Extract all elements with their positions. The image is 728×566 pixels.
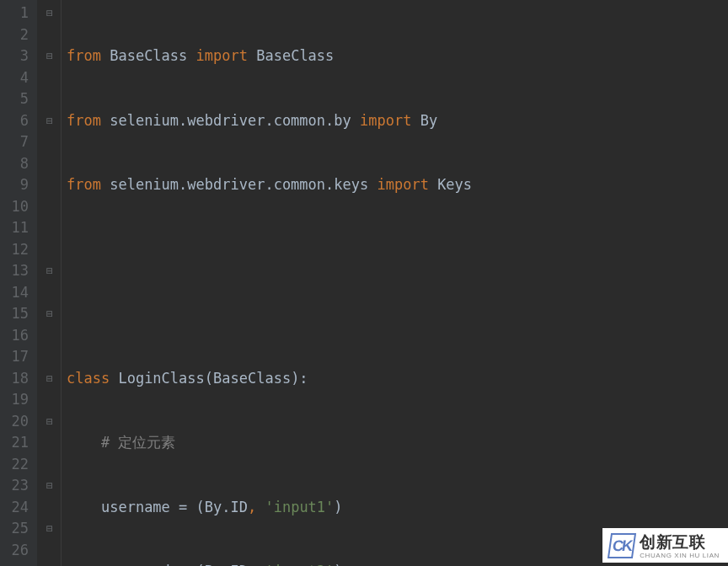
line-number: 21 bbox=[5, 432, 29, 454]
fold-column: ⊟⊟⊟⊟⊟⊟⊟⊟⊟ bbox=[37, 0, 62, 566]
code-line[interactable]: # 定位元素 bbox=[67, 432, 728, 454]
code-line[interactable]: from selenium.webdriver.common.by import… bbox=[67, 110, 728, 132]
fold-toggle-icon[interactable]: ⊟ bbox=[44, 368, 56, 390]
line-number: 19 bbox=[5, 389, 29, 411]
line-number: 8 bbox=[5, 153, 29, 175]
line-number: 14 bbox=[5, 282, 29, 304]
line-number: 9 bbox=[5, 174, 29, 196]
line-number: 6 bbox=[5, 110, 29, 132]
code-editor[interactable]: 1234567891011121314151617181920212223242… bbox=[0, 0, 728, 566]
code-line[interactable]: from selenium.webdriver.common.keys impo… bbox=[67, 174, 728, 196]
watermark-badge: CK 创新互联 CHUANG XIN HU LIAN bbox=[602, 528, 728, 563]
line-number: 20 bbox=[5, 411, 29, 433]
fold-toggle-icon[interactable]: ⊟ bbox=[44, 3, 56, 24]
watermark-sub-text: CHUANG XIN HU LIAN bbox=[640, 552, 720, 559]
line-number: 18 bbox=[5, 368, 29, 390]
line-number: 22 bbox=[5, 454, 29, 476]
line-number: 16 bbox=[5, 325, 29, 347]
line-number: 4 bbox=[5, 67, 29, 89]
code-line[interactable]: username = (By.ID, 'input1') bbox=[67, 497, 728, 519]
fold-toggle-icon[interactable]: ⊟ bbox=[44, 260, 56, 282]
fold-toggle-icon[interactable]: ⊟ bbox=[44, 110, 56, 132]
watermark-logo-icon: CK bbox=[608, 533, 636, 558]
code-line[interactable]: class LoginClass(BaseClass): bbox=[67, 368, 728, 390]
code-line[interactable] bbox=[67, 239, 728, 261]
fold-toggle-icon[interactable]: ⊟ bbox=[44, 475, 56, 497]
fold-toggle-icon[interactable]: ⊟ bbox=[44, 411, 56, 433]
fold-toggle-icon[interactable]: ⊟ bbox=[44, 518, 56, 540]
line-number: 12 bbox=[5, 239, 29, 261]
line-number: 7 bbox=[5, 131, 29, 153]
line-number: 2 bbox=[5, 24, 29, 46]
line-number: 25 bbox=[5, 518, 29, 540]
line-number: 3 bbox=[5, 45, 29, 67]
line-number-gutter: 1234567891011121314151617181920212223242… bbox=[0, 0, 37, 566]
line-number: 24 bbox=[5, 497, 29, 519]
fold-toggle-icon[interactable]: ⊟ bbox=[44, 45, 56, 67]
line-number: 26 bbox=[5, 540, 29, 562]
line-number: 5 bbox=[5, 88, 29, 110]
fold-toggle-icon[interactable]: ⊟ bbox=[44, 303, 56, 325]
line-number: 17 bbox=[5, 346, 29, 368]
line-number: 23 bbox=[5, 475, 29, 497]
code-line[interactable]: from BaseClass import BaseClass bbox=[67, 45, 728, 67]
code-line[interactable] bbox=[67, 303, 728, 325]
line-number: 1 bbox=[5, 3, 29, 24]
watermark-main-text: 创新互联 bbox=[640, 533, 705, 551]
line-number: 10 bbox=[5, 196, 29, 218]
code-area[interactable]: from BaseClass import BaseClass from sel… bbox=[62, 0, 728, 566]
line-number: 11 bbox=[5, 217, 29, 239]
line-number: 13 bbox=[5, 260, 29, 282]
line-number: 15 bbox=[5, 303, 29, 325]
